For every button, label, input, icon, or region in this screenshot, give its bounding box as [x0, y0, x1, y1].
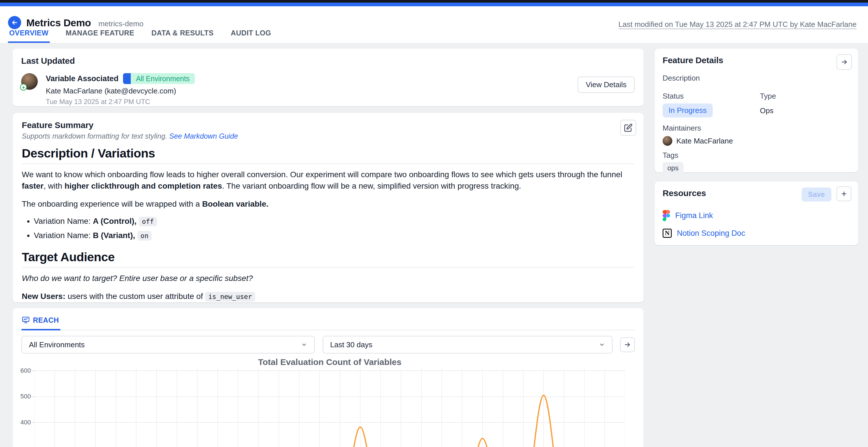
type-column: Type Ops: [760, 92, 776, 117]
main-content: Last Updated + Variable Associated All E…: [0, 43, 868, 447]
back-button[interactable]: [8, 16, 21, 29]
paragraph-boolean: The onboarding experience will be wrappe…: [22, 198, 634, 210]
type-label: Type: [760, 92, 776, 101]
list-item: Variation Name: B (Variant), on: [34, 230, 634, 241]
last-modified-text[interactable]: Last modified on Tue May 13 2025 at 2:47…: [619, 20, 857, 29]
tab-bar: OVERVIEW MANAGE FEATURE DATA & RESULTS A…: [8, 29, 272, 43]
event-user: Kate MacFarlane (kate@devcycle.com): [46, 87, 195, 96]
status-column: Status In Progress: [662, 92, 760, 117]
markdown-guide-link[interactable]: See Markdown Guide: [169, 132, 238, 140]
add-resource-button[interactable]: +: [837, 186, 851, 201]
resource-link-figma[interactable]: Figma Link: [662, 210, 850, 221]
chart-title: Total Evaluation Count of Variables: [34, 357, 625, 367]
arrow-right-icon: [840, 58, 848, 66]
environment-select-value: All Environments: [29, 340, 85, 349]
resource-link-label: Figma Link: [675, 211, 713, 220]
arrow-right-icon: [624, 341, 631, 348]
tab-manage-feature[interactable]: MANAGE FEATURE: [65, 29, 135, 43]
last-updated-row: + Variable Associated All Environments K…: [21, 73, 635, 106]
feature-details-heading: Feature Details: [662, 56, 850, 65]
edit-summary-button[interactable]: [620, 120, 636, 136]
list-item: Variation Name: A (Control), off: [34, 215, 634, 227]
figma-icon: [662, 210, 670, 221]
page-header: Metrics Demo metrics-demo Last modified …: [0, 6, 868, 43]
maintainers-label: Maintainers: [662, 124, 850, 133]
plus-badge-icon: +: [20, 84, 27, 91]
tag-badge: ops: [662, 162, 683, 174]
chevron-down-icon: [599, 342, 605, 348]
feature-summary-subtitle: Supports markdown formatting for text st…: [22, 132, 634, 140]
environment-badge: All Environments: [123, 73, 195, 84]
paragraph-new-users: New Users: users with the custom user at…: [22, 291, 634, 302]
reach-tab-label: REACH: [33, 316, 59, 324]
y-axis-tick-600: 600: [17, 367, 31, 374]
top-accent-bar: [0, 3, 868, 6]
variation-list: Variation Name: A (Control), off Variati…: [25, 215, 634, 241]
tags-label: Tags: [662, 151, 850, 160]
top-dark-bar: [0, 0, 868, 3]
section-heading-description: Description / Variations: [22, 147, 634, 164]
status-badge: In Progress: [662, 103, 713, 117]
paragraph-target-question: Who do we want to target? Entire user ba…: [22, 273, 634, 284]
resource-link-notion[interactable]: N Notion Scoping Doc: [662, 229, 850, 238]
resources-card: Resources Save + Figma Link N Notion Sco…: [655, 181, 858, 245]
avatar: +: [21, 73, 38, 90]
status-label: Status: [662, 92, 760, 101]
last-updated-heading: Last Updated: [21, 56, 635, 66]
tab-reach[interactable]: REACH: [22, 316, 59, 324]
reach-tab-active-underline: [22, 329, 60, 331]
y-axis-tick-500: 500: [17, 393, 31, 400]
evaluation-count-line-chart: [34, 369, 625, 447]
maintainer-avatar: [662, 136, 672, 146]
markdown-body: Description / Variations We want to know…: [22, 147, 634, 302]
reach-chart-icon: [22, 316, 30, 324]
event-name: Variable Associated: [46, 74, 119, 83]
subtitle-text: Supports markdown formatting for text st…: [22, 132, 169, 140]
last-updated-detail: Variable Associated All Environments Kat…: [46, 73, 195, 106]
environment-badge-label: All Environments: [131, 73, 195, 84]
date-range-select[interactable]: Last 30 days: [323, 336, 613, 353]
paragraph-experiment: We want to know which onboarding flow le…: [22, 169, 634, 192]
reach-tab-divider: [22, 330, 635, 331]
section-heading-target-audience: Target Audience: [22, 250, 634, 268]
apply-range-button[interactable]: [620, 337, 635, 352]
environment-select[interactable]: All Environments: [22, 336, 315, 353]
save-button[interactable]: Save: [802, 187, 831, 202]
edit-pencil-icon: [624, 124, 632, 132]
tab-audit-log[interactable]: AUDIT LOG: [230, 29, 272, 43]
feature-details-card: Feature Details Description Status In Pr…: [655, 48, 858, 172]
page-title: Metrics Demo: [26, 17, 91, 29]
chevron-down-icon: [301, 342, 307, 348]
title-row: Metrics Demo metrics-demo: [26, 17, 143, 29]
description-label: Description: [662, 74, 850, 82]
maintainer-row: Kate MacFarlane: [662, 136, 850, 146]
date-range-select-value: Last 30 days: [330, 340, 372, 349]
y-axis-tick-400: 400: [17, 419, 31, 426]
resource-link-label: Notion Scoping Doc: [677, 229, 745, 238]
reach-card: REACH All Environments Last 30 days Tota…: [12, 308, 644, 447]
event-timestamp: Tue May 13 2025 at 2:47 PM UTC: [46, 98, 195, 106]
maintainer-name: Kate MacFarlane: [676, 137, 733, 145]
open-feature-details-button[interactable]: [837, 54, 852, 70]
tab-data-results[interactable]: DATA & RESULTS: [151, 29, 214, 43]
feature-summary-heading: Feature Summary: [22, 120, 634, 130]
feature-summary-card: Feature Summary Supports markdown format…: [12, 113, 644, 302]
arrow-left-icon: [11, 19, 18, 26]
view-details-button[interactable]: View Details: [578, 77, 634, 93]
notion-icon: N: [662, 229, 672, 238]
status-type-grid: Status In Progress Type Ops: [662, 92, 850, 117]
last-updated-card: Last Updated + Variable Associated All E…: [12, 48, 644, 106]
page-slug: metrics-demo: [98, 20, 143, 28]
tab-overview[interactable]: OVERVIEW: [8, 29, 49, 43]
type-value: Ops: [760, 106, 776, 115]
environment-badge-color-segment: [123, 73, 131, 84]
